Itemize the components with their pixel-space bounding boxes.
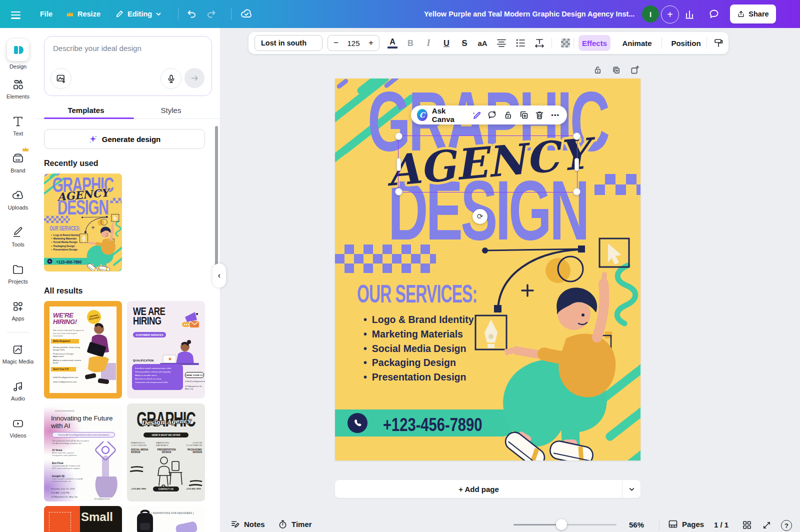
- comments-button[interactable]: [708, 8, 720, 20]
- duplicate-button[interactable]: [518, 108, 530, 122]
- add-page-above-button[interactable]: [630, 64, 640, 74]
- selection-box[interactable]: [398, 136, 578, 192]
- poster-page[interactable]: GRAPHIC DESIGN AGENCY OUR SERVICES: Logo…: [44, 174, 122, 271]
- grid-view-button[interactable]: [742, 520, 752, 530]
- effects-button[interactable]: Effects: [578, 35, 610, 51]
- cloud-save-button[interactable]: [240, 8, 252, 20]
- thumb-line-person: [147, 456, 185, 488]
- decrease-font-button[interactable]: −: [334, 38, 338, 48]
- sidebar-item-magic-media[interactable]: Magic Media: [0, 343, 36, 364]
- menu-file[interactable]: File: [40, 0, 52, 28]
- share-button[interactable]: Share: [730, 4, 776, 24]
- animate-button[interactable]: Animate: [620, 35, 654, 51]
- delete-button[interactable]: [534, 108, 546, 122]
- copy-style-button[interactable]: [710, 35, 726, 51]
- top-bar: File Resize Editing Yellow Purple and Te…: [0, 0, 800, 28]
- tab-templates[interactable]: Templates: [44, 100, 128, 120]
- spacing-button[interactable]: [532, 35, 548, 51]
- resize-handle-sw[interactable]: [395, 188, 402, 196]
- notes-button[interactable]: Notes: [230, 520, 265, 529]
- menu-resize[interactable]: Resize: [66, 0, 100, 28]
- sidebar-item-brand[interactable]: co Brand: [0, 152, 36, 174]
- pages-button[interactable]: Pages: [668, 520, 704, 528]
- poster-service-item: Marketing Materials: [52, 237, 80, 240]
- submit-prompt-button[interactable]: [184, 68, 204, 88]
- alignment-button[interactable]: [494, 35, 510, 51]
- add-page-button[interactable]: + Add page: [335, 480, 640, 498]
- font-size-value[interactable]: 125: [347, 39, 360, 48]
- ask-canva-toolbar: C Ask Canva •••: [411, 106, 567, 124]
- fullscreen-button[interactable]: [762, 520, 772, 530]
- sidebar-item-design[interactable]: Design: [0, 39, 36, 70]
- template-thumbnail-hiring-yellow[interactable]: WE'RE HIRING! GRAPHIC DESIGNER We need a…: [44, 301, 122, 398]
- sidebar-item-text[interactable]: Text: [0, 115, 36, 136]
- panel-collapse-button[interactable]: ‹: [212, 264, 226, 288]
- sidebar-item-elements[interactable]: Elements: [0, 78, 36, 100]
- list-button[interactable]: [512, 35, 528, 51]
- template-thumbnail-ai[interactable]: Liceria International Innovating the Fut…: [44, 404, 122, 502]
- font-family-selector[interactable]: Lost in south: [254, 35, 322, 51]
- panel-scrollbar[interactable]: [215, 126, 218, 272]
- duplicate-icon: [612, 65, 621, 74]
- sidebar-item-audio[interactable]: Audio: [0, 380, 36, 402]
- sidebar-divider: [7, 332, 29, 332]
- underline-button[interactable]: U: [438, 35, 454, 51]
- text-case-button[interactable]: aA: [474, 35, 490, 51]
- transparency-button[interactable]: [558, 35, 574, 51]
- menu-editing[interactable]: Editing: [115, 0, 162, 28]
- duplicate-page-button[interactable]: [611, 64, 621, 74]
- add-page-dropdown[interactable]: [622, 480, 640, 498]
- timer-button[interactable]: Timer: [278, 520, 312, 529]
- resize-handle-nw[interactable]: [395, 132, 402, 140]
- help-button[interactable]: ?: [781, 520, 792, 531]
- more-options-button[interactable]: •••: [550, 108, 561, 122]
- insights-button[interactable]: [684, 8, 695, 20]
- sidebar-item-apps[interactable]: Apps: [0, 300, 36, 322]
- avatar[interactable]: I: [642, 6, 659, 22]
- zoom-percent[interactable]: 56%: [629, 520, 644, 529]
- italic-button[interactable]: I: [420, 35, 436, 51]
- undo-button[interactable]: [186, 8, 197, 20]
- resize-handle-ne[interactable]: [573, 132, 580, 140]
- template-thumbnail-small[interactable]: Small: [44, 506, 122, 532]
- magic-edit-button[interactable]: [470, 108, 482, 122]
- lock-page-button[interactable]: [592, 64, 602, 74]
- thumb-service: SOCIAL MEDIA DESIGN: [131, 448, 149, 454]
- resize-handle-se[interactable]: [573, 188, 580, 196]
- template-thumbnail-graphic-bw[interactable]: GRAPHIC Design Agency HERE'S WHAT WE OFF…: [127, 404, 205, 502]
- resize-handle-w[interactable]: [396, 158, 401, 171]
- design-title[interactable]: Yellow Purple and Teal Modern Graphic De…: [424, 10, 634, 18]
- sidebar-item-uploads[interactable]: Uploads: [0, 189, 36, 210]
- bold-button[interactable]: B: [402, 35, 418, 51]
- zoom-slider-thumb[interactable]: [556, 519, 567, 530]
- sidebar-label: Brand: [10, 168, 25, 174]
- add-page-label: + Add page: [335, 480, 622, 498]
- share-upload-icon: [739, 11, 744, 16]
- redo-button[interactable]: [206, 8, 217, 20]
- resize-handle-e[interactable]: [574, 158, 579, 171]
- position-label: Position: [671, 39, 700, 48]
- increase-font-button[interactable]: +: [368, 38, 374, 48]
- sidebar-item-projects[interactable]: Projects: [0, 263, 36, 284]
- template-thumbnail-hiring-purple[interactable]: WE ARE HIRING CUSTOMER SERVICES QUALIFIC…: [127, 301, 205, 398]
- add-image-button[interactable]: [50, 68, 72, 89]
- strikethrough-button[interactable]: S: [456, 35, 472, 51]
- unlock-icon: [593, 65, 602, 74]
- hamburger-menu-icon[interactable]: [11, 10, 20, 21]
- letter-spacing-icon: [534, 38, 544, 48]
- tab-styles[interactable]: Styles: [129, 100, 213, 120]
- lock-button[interactable]: [502, 108, 514, 122]
- prompt-input[interactable]: [52, 44, 204, 53]
- voice-input-button[interactable]: [160, 68, 182, 89]
- add-member-button[interactable]: +: [661, 6, 679, 24]
- comment-add-button[interactable]: [486, 108, 498, 122]
- position-button[interactable]: Position: [668, 35, 704, 51]
- rotate-handle[interactable]: ⟳: [472, 209, 488, 224]
- sidebar-item-tools[interactable]: Tools: [0, 226, 36, 248]
- recent-template-thumbnail[interactable]: GRAPHIC DESIGN AGENCY OUR SERVICES: Logo…: [44, 174, 122, 272]
- generate-design-button[interactable]: Generate design: [44, 129, 205, 149]
- template-thumbnail-inspirations[interactable]: [ INSPIRATIONS FOR DESIGNERS ]: [127, 506, 205, 532]
- sidebar-item-videos[interactable]: Videos: [0, 417, 36, 438]
- ask-canva-button[interactable]: Ask Canva: [432, 106, 466, 124]
- text-color-button[interactable]: A: [384, 35, 400, 51]
